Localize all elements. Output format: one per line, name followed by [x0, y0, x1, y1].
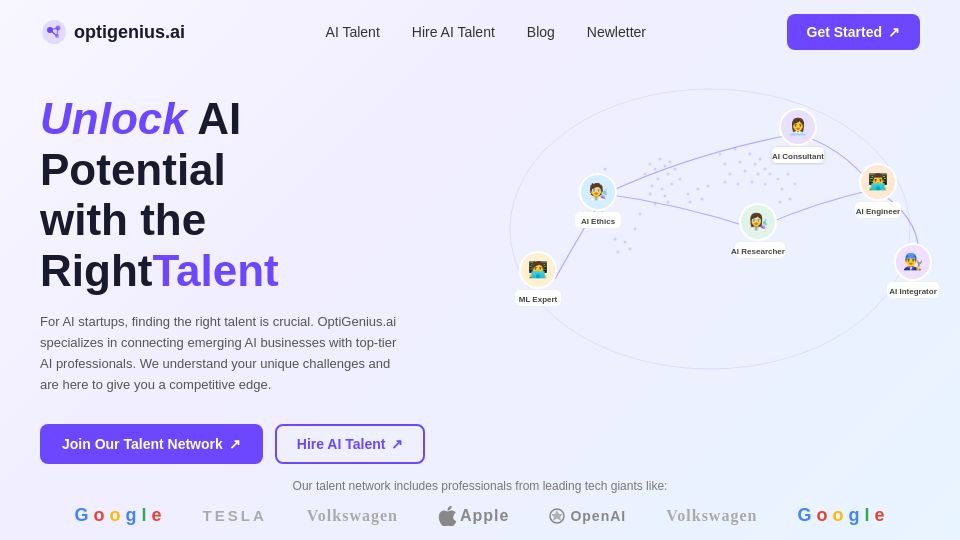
tesla-logo: TESLA [203, 507, 267, 524]
arrow-icon: ↗ [229, 436, 241, 452]
svg-text:👩‍💼: 👩‍💼 [788, 117, 808, 136]
svg-point-31 [754, 163, 757, 166]
hero-buttons: Join Our Talent Network ↗ Hire AI Talent… [40, 424, 440, 464]
svg-point-45 [789, 198, 792, 201]
volkswagen-logo-2: Volkswagen [666, 507, 757, 525]
globe-graphic: 👩‍💼 AI Consultant 🧑‍🔬 AI Ethics 👨‍💻 AI E… [440, 74, 960, 404]
svg-point-37 [724, 181, 727, 184]
hero-right: 👩‍💼 AI Consultant 🧑‍🔬 AI Ethics 👨‍💻 AI E… [460, 84, 920, 414]
apple-logo: Apple [438, 506, 509, 526]
svg-point-8 [649, 163, 652, 166]
svg-point-63 [639, 213, 642, 216]
svg-point-14 [657, 178, 660, 181]
svg-point-48 [604, 168, 607, 171]
svg-text:AI Researcher: AI Researcher [731, 247, 785, 256]
hire-ai-talent-button[interactable]: Hire AI Talent ↗ [275, 424, 426, 464]
svg-point-0 [42, 20, 66, 44]
svg-point-18 [661, 188, 664, 191]
svg-point-12 [664, 165, 667, 168]
svg-point-67 [707, 185, 710, 188]
svg-text:AI Engineer: AI Engineer [856, 207, 900, 216]
svg-point-44 [794, 183, 797, 186]
svg-point-19 [671, 183, 674, 186]
trust-bar-text: Our talent network includes professional… [40, 479, 920, 493]
svg-point-42 [787, 173, 790, 176]
svg-point-20 [679, 178, 682, 181]
google-logo-1: Google [75, 505, 163, 526]
svg-point-62 [629, 248, 632, 251]
svg-text:👨‍💻: 👨‍💻 [868, 172, 888, 191]
svg-point-28 [759, 158, 762, 161]
nav-links: AI Talent Hire AI Talent Blog Newletter [326, 23, 646, 41]
arrow-icon: ↗ [391, 436, 403, 452]
get-started-button[interactable]: Get Started ↗ [787, 14, 920, 50]
svg-point-61 [617, 251, 620, 254]
svg-point-35 [757, 173, 760, 176]
join-talent-button[interactable]: Join Our Talent Network ↗ [40, 424, 263, 464]
svg-point-11 [654, 168, 657, 171]
svg-point-29 [724, 163, 727, 166]
nav-item-hire[interactable]: Hire AI Talent [412, 23, 495, 41]
hero-section: Unlock AI Potential with the RightTalent… [0, 64, 960, 464]
svg-text:👨‍🔧: 👨‍🔧 [903, 252, 923, 271]
apple-icon [438, 506, 456, 526]
svg-point-7 [510, 89, 910, 369]
svg-text:ML Expert: ML Expert [519, 295, 558, 304]
hero-description: For AI startups, finding the right talen… [40, 312, 400, 395]
hero-left: Unlock AI Potential with the RightTalent… [40, 84, 440, 464]
trust-bar: Our talent network includes professional… [0, 465, 960, 540]
nav-item-ai-talent[interactable]: AI Talent [326, 23, 380, 41]
svg-text:🧑‍💻: 🧑‍💻 [528, 260, 548, 279]
nav-link-blog[interactable]: Blog [527, 24, 555, 40]
svg-text:AI Integrator: AI Integrator [889, 287, 937, 296]
svg-point-59 [614, 238, 617, 241]
svg-point-46 [779, 201, 782, 204]
svg-point-60 [624, 241, 627, 244]
hero-title: Unlock AI Potential with the RightTalent [40, 94, 440, 296]
svg-point-13 [644, 173, 647, 176]
svg-point-32 [764, 168, 767, 171]
trust-logos: Google TESLA Volkswagen Apple OpenAI Vol… [40, 505, 920, 526]
svg-point-41 [777, 178, 780, 181]
nav-link-newsletter[interactable]: Newletter [587, 24, 646, 40]
svg-point-17 [651, 185, 654, 188]
svg-point-69 [701, 198, 704, 201]
svg-point-10 [669, 161, 672, 164]
volkswagen-logo-1: Volkswagen [307, 507, 398, 525]
svg-point-38 [737, 183, 740, 186]
nav-item-blog[interactable]: Blog [527, 23, 555, 41]
svg-point-22 [664, 195, 667, 198]
svg-point-64 [634, 228, 637, 231]
svg-point-43 [781, 188, 784, 191]
svg-text:👩‍🔬: 👩‍🔬 [748, 212, 768, 231]
arrow-icon: ↗ [888, 24, 900, 40]
svg-point-65 [687, 193, 690, 196]
svg-point-25 [719, 153, 722, 156]
nav-link-hire[interactable]: Hire AI Talent [412, 24, 495, 40]
svg-point-27 [749, 153, 752, 156]
svg-point-9 [659, 158, 662, 161]
svg-point-33 [729, 173, 732, 176]
openai-logo: OpenAI [549, 508, 626, 524]
svg-point-16 [674, 168, 677, 171]
logo[interactable]: optigenius.ai [40, 18, 185, 46]
logo-icon [40, 18, 68, 46]
svg-text:AI Consultant: AI Consultant [772, 152, 824, 161]
nav-item-newsletter[interactable]: Newletter [587, 23, 646, 41]
svg-text:AI Ethics: AI Ethics [581, 217, 616, 226]
openai-icon [549, 508, 565, 524]
svg-point-68 [689, 201, 692, 204]
svg-text:🧑‍🔬: 🧑‍🔬 [588, 182, 608, 201]
svg-point-30 [739, 161, 742, 164]
svg-point-21 [649, 193, 652, 196]
svg-point-24 [667, 201, 670, 204]
google-logo-2: Google [797, 505, 885, 526]
svg-point-15 [667, 173, 670, 176]
logo-text: optigenius.ai [74, 22, 185, 43]
svg-point-34 [744, 170, 747, 173]
nav-link-ai-talent[interactable]: AI Talent [326, 24, 380, 40]
svg-point-39 [751, 181, 754, 184]
navbar: optigenius.ai AI Talent Hire AI Talent B… [0, 0, 960, 64]
svg-point-66 [697, 188, 700, 191]
svg-point-36 [769, 173, 772, 176]
